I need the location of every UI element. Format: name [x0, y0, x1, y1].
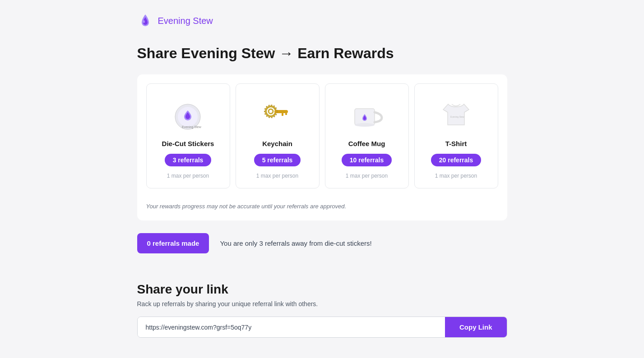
brand-name: Evening Stew: [158, 16, 213, 26]
share-section: Share your link Rack up referrals by sha…: [137, 266, 507, 338]
share-description: Rack up referrals by sharing your unique…: [137, 300, 507, 308]
keychain-name: Keychain: [262, 140, 292, 147]
header: Evening Stew: [137, 13, 507, 29]
referrals-made-badge: 0 referrals made: [137, 233, 209, 253]
reward-card-tshirt: Evening Stew T-Shirt 20 referrals 1 max …: [414, 83, 498, 188]
share-title: Share your link: [137, 282, 507, 297]
progress-row: 0 referrals made You are only 3 referral…: [137, 233, 507, 253]
svg-text:Evening Stew: Evening Stew: [450, 115, 464, 118]
logo-icon: [137, 13, 153, 29]
copy-link-button[interactable]: Copy Link: [445, 317, 507, 337]
keychain-image: [257, 93, 298, 133]
progress-message: You are only 3 referrals away from die-c…: [220, 239, 371, 247]
tshirt-badge: 20 referrals: [431, 154, 482, 166]
svg-point-5: [269, 109, 273, 114]
stickers-max: 1 max per person: [167, 173, 209, 179]
mug-badge: 10 referrals: [342, 154, 392, 166]
svg-point-0: [143, 20, 145, 23]
stickers-badge: 3 referrals: [165, 154, 212, 166]
svg-rect-8: [285, 113, 287, 115]
tshirt-name: T-Shirt: [445, 140, 467, 147]
svg-point-4: [266, 106, 276, 116]
mug-name: Coffee Mug: [348, 140, 385, 147]
link-row: Copy Link: [137, 317, 507, 338]
rewards-grid: Evening Stew Die-Cut Stickers 3 referral…: [146, 83, 498, 188]
rewards-container: Evening Stew Die-Cut Stickers 3 referral…: [137, 74, 507, 220]
svg-rect-7: [282, 113, 283, 116]
page-title: Share Evening Stew → Earn Rewards: [137, 45, 507, 62]
tshirt-max: 1 max per person: [435, 173, 477, 179]
tshirt-image: Evening Stew: [436, 93, 477, 133]
reward-card-mug: Coffee Mug 10 referrals 1 max per person: [325, 83, 409, 188]
reward-card-stickers: Evening Stew Die-Cut Stickers 3 referral…: [146, 83, 230, 188]
progress-section: 0 referrals made You are only 3 referral…: [137, 233, 507, 253]
svg-rect-6: [274, 110, 288, 113]
svg-point-11: [355, 123, 375, 127]
keychain-max: 1 max per person: [256, 173, 298, 179]
stickers-image: Evening Stew: [168, 93, 208, 133]
reward-card-keychain: Keychain 5 referrals 1 max per person: [236, 83, 320, 188]
disclaimer-text: Your rewards progress may not be accurat…: [146, 197, 498, 211]
referral-link-input[interactable]: [138, 317, 445, 337]
svg-text:Evening Stew: Evening Stew: [182, 125, 202, 129]
mug-max: 1 max per person: [346, 173, 388, 179]
mug-image: [347, 93, 387, 133]
keychain-badge: 5 referrals: [254, 154, 301, 166]
stickers-name: Die-Cut Stickers: [162, 140, 214, 147]
